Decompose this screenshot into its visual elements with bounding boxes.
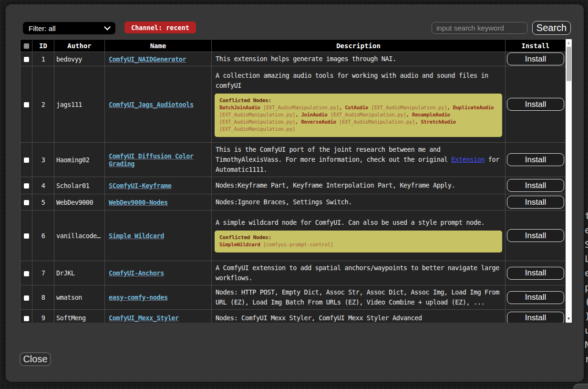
header-id: ID	[32, 40, 54, 52]
row-id: 8	[32, 285, 54, 310]
install-button[interactable]: Install	[507, 53, 564, 65]
row-description: Nodes:Keyframe Part, Keyframe Interpolat…	[212, 177, 505, 194]
row-id: 1	[32, 52, 54, 66]
install-custom-nodes-dialog: Filter: all Channel: recent Search ID Au…	[6, 4, 584, 382]
filter-select-value: Filter: all	[29, 24, 104, 32]
row-author: SoftMeng	[54, 310, 105, 323]
extension-name-link[interactable]: easy-comfy-nodes	[109, 294, 168, 301]
row-id: 6	[32, 210, 54, 261]
select-all-checkbox[interactable]	[23, 43, 30, 49]
chevron-down-icon	[104, 26, 111, 31]
scroll-up-icon[interactable]: ▲	[566, 40, 572, 46]
background-partial-button	[574, 384, 588, 389]
install-button[interactable]: Install	[507, 98, 564, 111]
extensions-table: ID Author Name Description Install 1 bed…	[20, 39, 566, 323]
conflicted-nodes-box: Conflicted Nodes:BatchJoinAudio [EXT_Aud…	[215, 94, 502, 137]
row-id: 7	[32, 261, 54, 285]
row-author: jags111	[54, 66, 105, 143]
header-author: Author	[54, 40, 105, 52]
row-checkbox-cell	[21, 66, 32, 143]
row-checkbox-cell	[21, 310, 32, 323]
description-link[interactable]: Extension	[452, 156, 485, 163]
row-description: A simple wildcard node for ComfyUI. Can …	[212, 210, 505, 261]
row-author: Scholar01	[54, 177, 105, 194]
channel-badge: Channel: recent	[124, 21, 196, 33]
scrollbar-thumb[interactable]	[567, 47, 571, 81]
extension-name-link[interactable]: ComfyUI_Mexx_Styler	[109, 314, 179, 322]
close-button[interactable]: Close	[20, 352, 51, 366]
row-author: DrJKL	[54, 261, 105, 285]
table-row: 5 WebDev9000 WebDev9000-Nodes Nodes:Igno…	[21, 194, 566, 210]
extension-name-link[interactable]: Simple Wildcard	[109, 232, 164, 240]
header-install: Install	[505, 40, 566, 52]
table-row: 7 DrJKL ComfyUI-Anchors A ComfyUI extens…	[21, 261, 566, 285]
row-checkbox-cell	[21, 52, 32, 66]
header-description: Description	[212, 40, 505, 52]
row-checkbox[interactable]	[23, 233, 30, 239]
row-checkbox-cell	[21, 194, 32, 210]
install-button[interactable]: Install	[507, 196, 564, 209]
install-button[interactable]: Install	[507, 179, 564, 192]
extension-name-link[interactable]: ComfyUI Diffusion Color Grading	[109, 152, 194, 168]
header-name: Name	[105, 40, 212, 52]
table-row: 8 wmatson easy-comfy-nodes Nodes: HTTP P…	[21, 285, 566, 310]
select-all-header	[21, 40, 32, 52]
row-checkbox[interactable]	[23, 315, 30, 322]
row-checkbox-cell	[21, 143, 32, 177]
row-id: 3	[32, 143, 54, 177]
table-row: 4 Scholar01 SComfyUI-Keyframe Nodes:Keyf…	[21, 177, 566, 194]
row-description: Nodes:Ignore Braces, Settings Switch.	[212, 194, 505, 210]
install-button[interactable]: Install	[507, 312, 564, 323]
row-id: 9	[32, 310, 54, 323]
search-button[interactable]: Search	[532, 21, 571, 35]
install-button[interactable]: Install	[507, 229, 564, 242]
table-row: 6 vanillacode… Simple Wildcard A simple …	[21, 210, 566, 261]
filter-select[interactable]: Filter: all	[23, 22, 115, 34]
extension-name-link[interactable]: WebDev9000-Nodes	[109, 199, 168, 206]
scroll-down-icon[interactable]: ▼	[566, 315, 572, 322]
row-checkbox[interactable]	[23, 183, 30, 189]
row-checkbox[interactable]	[23, 271, 30, 277]
row-id: 5	[32, 194, 54, 210]
row-author: vanillacode…	[54, 210, 105, 261]
row-description: Nodes: HTTP POST, Empty Dict, Assoc Str,…	[212, 285, 505, 310]
row-checkbox[interactable]	[23, 200, 30, 206]
row-id: 4	[32, 177, 54, 194]
row-checkbox[interactable]	[23, 102, 30, 108]
row-description: A collection amazing audio tools for wor…	[212, 66, 505, 143]
row-checkbox[interactable]	[23, 295, 30, 301]
row-author: wmatson	[54, 285, 105, 310]
row-description: This extension helps generate images thr…	[212, 52, 505, 66]
comfyui-canvas: { "dialog": { "filter": { "selected": "F…	[0, 0, 588, 389]
table-row: 9 SoftMeng ComfyUI_Mexx_Styler Nodes: Co…	[21, 310, 566, 323]
row-description: This is the ComfyUI port of the joint re…	[212, 143, 505, 177]
row-author: WebDev9000	[54, 194, 105, 210]
row-description: Nodes: ComfyUI Mexx Styler, ComfyUI Mexx…	[212, 310, 505, 323]
row-checkbox-cell	[21, 177, 32, 194]
install-button[interactable]: Install	[507, 267, 564, 280]
row-author: bedovyy	[54, 52, 105, 66]
table-scrollbar[interactable]: ▲ ▼	[566, 39, 572, 323]
row-author: Haoming02	[54, 143, 105, 177]
table-row: 3 Haoming02 ComfyUI Diffusion Color Grad…	[21, 143, 566, 177]
row-checkbox[interactable]	[23, 157, 30, 163]
install-button[interactable]: Install	[507, 153, 564, 166]
extension-name-link[interactable]: ComfyUI-Anchors	[109, 269, 164, 277]
conflicted-nodes-box: Conflicted Nodes:SimpleWildcard [comfyui…	[215, 231, 502, 252]
table-body: 1 bedovyy ComfyUI_NAIDGenerator This ext…	[21, 52, 566, 323]
search-input[interactable]	[432, 22, 527, 34]
table-row: 1 bedovyy ComfyUI_NAIDGenerator This ext…	[21, 52, 566, 66]
extension-name-link[interactable]: ComfyUI_NAIDGenerator	[109, 55, 186, 63]
extension-name-link[interactable]: SComfyUI-Keyframe	[109, 182, 171, 189]
table-header-row: ID Author Name Description Install	[21, 40, 566, 52]
table-row: 2 jags111 ComfyUI_Jags_Audiotools A coll…	[21, 66, 566, 143]
row-id: 2	[32, 66, 54, 143]
row-checkbox-cell	[21, 285, 32, 310]
row-description: A ComfyUI extension to add spatial ancho…	[212, 261, 505, 285]
row-checkbox[interactable]	[23, 56, 30, 63]
row-checkbox-cell	[21, 261, 32, 285]
row-checkbox-cell	[21, 210, 32, 261]
install-button[interactable]: Install	[507, 291, 564, 304]
extension-name-link[interactable]: ComfyUI_Jags_Audiotools	[109, 101, 194, 108]
